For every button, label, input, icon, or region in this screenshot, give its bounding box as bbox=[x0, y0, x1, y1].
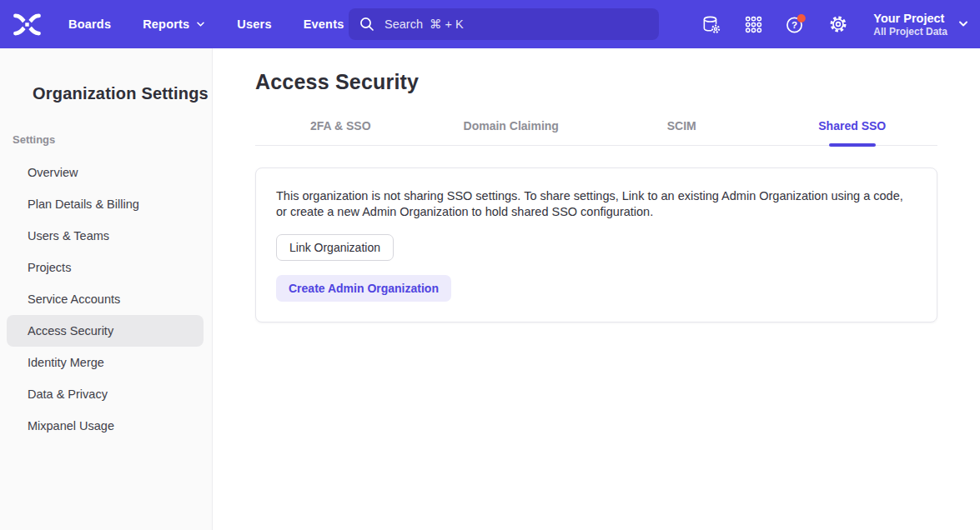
help-icon: ? bbox=[785, 13, 807, 35]
tab-bar: 2FA & SSO Domain Claiming SCIM Shared SS… bbox=[255, 119, 937, 146]
settings-button[interactable] bbox=[827, 13, 849, 35]
tab-domain-claiming[interactable]: Domain Claiming bbox=[426, 119, 597, 145]
project-scope: All Project Data bbox=[873, 26, 947, 38]
tab-2fa-sso[interactable]: 2FA & SSO bbox=[255, 119, 426, 145]
apps-grid-icon bbox=[744, 15, 763, 34]
settings-sidebar: Organization Settings Settings Overview … bbox=[0, 48, 213, 530]
nav-boards[interactable]: Boards bbox=[68, 18, 111, 31]
search-icon bbox=[359, 17, 374, 32]
main-content: Access Security 2FA & SSO Domain Claimin… bbox=[213, 48, 980, 530]
help-button[interactable]: ? bbox=[785, 13, 807, 35]
nav-users[interactable]: Users bbox=[237, 18, 271, 31]
page-title: Access Security bbox=[255, 70, 937, 94]
chevron-down-icon bbox=[196, 22, 205, 28]
help-glyph: ? bbox=[792, 20, 797, 30]
sidebar-item-mixpanel-usage[interactable]: Mixpanel Usage bbox=[7, 410, 204, 442]
search-bar[interactable] bbox=[349, 8, 659, 40]
data-management-icon bbox=[701, 15, 721, 34]
apps-grid-button[interactable] bbox=[742, 13, 764, 35]
topbar-right-group: ? Your Project All Project Data bbox=[700, 0, 968, 48]
nav-events[interactable]: Events bbox=[304, 18, 344, 31]
top-bar: Boards Reports Users Events bbox=[0, 0, 980, 48]
link-organization-button[interactable]: Link Organization bbox=[276, 234, 394, 261]
gear-icon bbox=[828, 14, 848, 34]
shared-sso-description: This organization is not sharing SSO set… bbox=[276, 188, 912, 220]
notification-dot bbox=[797, 14, 806, 22]
sidebar-nav: Overview Plan Details & Billing Users & … bbox=[7, 157, 204, 442]
project-switcher-text: Your Project All Project Data bbox=[873, 11, 947, 38]
sidebar-item-data-privacy[interactable]: Data & Privacy bbox=[7, 378, 204, 410]
tab-scim[interactable]: SCIM bbox=[596, 119, 767, 145]
sidebar-item-service-accounts[interactable]: Service Accounts bbox=[7, 283, 204, 315]
tab-shared-sso[interactable]: Shared SSO bbox=[767, 119, 938, 145]
mixpanel-logo-icon bbox=[13, 13, 41, 36]
search-input[interactable] bbox=[383, 17, 648, 32]
sidebar-item-projects[interactable]: Projects bbox=[7, 252, 204, 283]
project-switcher[interactable]: Your Project All Project Data bbox=[873, 11, 968, 38]
project-name: Your Project bbox=[873, 11, 947, 26]
nav-users-label: Users bbox=[237, 18, 271, 31]
nav-reports[interactable]: Reports bbox=[143, 18, 205, 31]
nav-events-label: Events bbox=[304, 18, 344, 31]
sidebar-section-label: Settings bbox=[13, 133, 212, 146]
shared-sso-card: This organization is not sharing SSO set… bbox=[255, 168, 937, 322]
create-admin-organization-button[interactable]: Create Admin Organization bbox=[276, 275, 451, 302]
card-actions: Link Organization Create Admin Organizat… bbox=[276, 234, 917, 302]
sidebar-item-access-security[interactable]: Access Security bbox=[7, 315, 204, 347]
sidebar-item-identity-merge[interactable]: Identity Merge bbox=[7, 347, 204, 378]
sidebar-item-users-teams[interactable]: Users & Teams bbox=[7, 220, 204, 252]
chevron-down-icon bbox=[958, 21, 968, 28]
top-navigation: Boards Reports Users Events bbox=[68, 18, 344, 31]
nav-boards-label: Boards bbox=[68, 18, 111, 31]
sidebar-item-overview[interactable]: Overview bbox=[7, 157, 204, 188]
sidebar-item-plan-details-billing[interactable]: Plan Details & Billing bbox=[7, 188, 204, 220]
mixpanel-logo[interactable] bbox=[13, 13, 41, 36]
nav-reports-label: Reports bbox=[143, 18, 189, 31]
sidebar-title: Organization Settings bbox=[33, 84, 212, 103]
data-management-button[interactable] bbox=[700, 13, 721, 35]
